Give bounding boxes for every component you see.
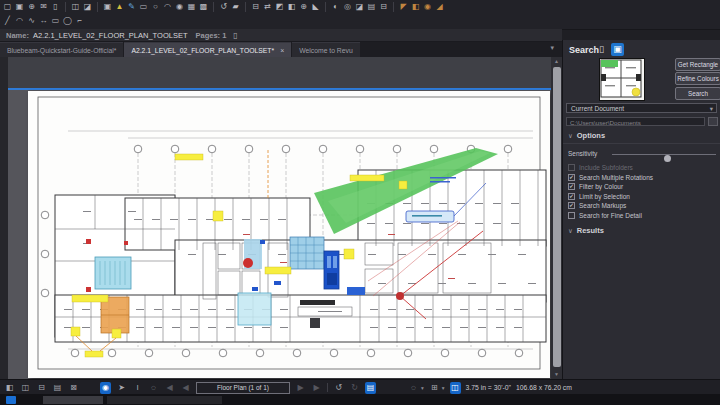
previous-page-icon[interactable]: ◀ — [180, 382, 191, 394]
measure-area-icon[interactable]: ◧ — [411, 1, 420, 12]
checkbox-icon[interactable]: ✓ — [568, 202, 575, 209]
ellipse-icon[interactable]: ○ — [151, 1, 160, 12]
zoom-icon[interactable]: ◌ — [148, 382, 159, 394]
cloud-icon[interactable]: ◠ — [163, 1, 172, 12]
scrollbar-thumb[interactable] — [553, 67, 561, 367]
print-icon[interactable]: ⊕ — [27, 1, 36, 12]
thumbnails-panel-icon[interactable]: ◧ — [4, 382, 15, 394]
folder-path-field[interactable]: C:\Users\user\Documents — [566, 117, 705, 126]
visual-search-icon[interactable]: ▣ — [611, 43, 624, 56]
scroll-down-icon[interactable]: ▼ — [551, 370, 562, 379]
text-box-icon[interactable]: ▭ — [139, 1, 148, 12]
pen-icon[interactable]: ✎ — [127, 1, 136, 12]
ellipse-tool-icon[interactable]: ◯ — [63, 15, 72, 26]
blue-bar-markup[interactable] — [347, 287, 365, 295]
pdf-page[interactable] — [28, 91, 550, 378]
checkbox-icon[interactable]: ✓ — [568, 174, 575, 181]
line-icon[interactable]: ╱ — [3, 15, 12, 26]
close-tab-icon[interactable]: × — [280, 47, 284, 54]
compare-icon[interactable]: ⇄ — [263, 1, 272, 12]
pan-icon[interactable]: ◉ — [100, 382, 111, 394]
fit-page-icon[interactable]: ◫ — [450, 382, 461, 394]
chevron-down-icon[interactable]: ▾ — [421, 385, 424, 391]
cyan-room-markup[interactable] — [238, 293, 271, 325]
bookmarks-icon[interactable]: ⊟ — [379, 1, 388, 12]
overlay-icon[interactable]: ◩ — [275, 1, 284, 12]
next-page-icon[interactable]: ▶ — [295, 382, 306, 394]
floor-plan-drawing[interactable] — [28, 91, 550, 378]
page-thumbnail-icon[interactable]: ▯ — [233, 31, 237, 40]
highlighter-icon[interactable]: ▲ — [115, 1, 124, 12]
save-icon[interactable]: ▣ — [15, 1, 24, 12]
copy-page-icon[interactable]: ◫ — [71, 1, 80, 12]
measure-volume-icon[interactable]: ◉ — [423, 1, 432, 12]
taskbar-item[interactable] — [107, 396, 222, 404]
checkbox-icon[interactable] — [568, 212, 575, 219]
checkbox-row-search-for-fine-detail[interactable]: Search for Fine Detail — [568, 211, 642, 220]
search-pattern-thumbnail[interactable] — [599, 58, 645, 101]
page-setup-icon[interactable]: ▯ — [51, 1, 60, 12]
zoom-mode-icon[interactable]: ◌ — [408, 382, 419, 394]
split-vertical-icon[interactable]: ◫ — [20, 382, 31, 394]
open-icon[interactable]: ▢ — [3, 1, 12, 12]
search-button[interactable]: Search — [675, 87, 720, 100]
stamp-icon[interactable]: ▣ — [103, 1, 112, 12]
measure-angle-icon[interactable]: ◢ — [435, 1, 444, 12]
polygon-icon[interactable]: ⌐ — [75, 15, 84, 26]
taskbar-app-icon[interactable] — [6, 396, 16, 404]
text-search-icon[interactable]: ▯ — [595, 43, 608, 56]
arc-icon[interactable]: ◠ — [15, 15, 24, 26]
chevron-down-icon[interactable]: ▾ — [442, 385, 445, 391]
browse-folder-button[interactable] — [708, 117, 718, 126]
red-dot-markup[interactable] — [396, 292, 404, 300]
document-tab-2[interactable]: Welcome to Revu — [292, 42, 360, 57]
core-highlight-grid[interactable] — [290, 237, 324, 269]
first-page-icon[interactable]: ◀ — [164, 382, 175, 394]
panels-icon[interactable]: ▰ — [231, 1, 240, 12]
snapshot-icon[interactable]: ◣ — [311, 1, 320, 12]
flatten-icon[interactable]: ⊟ — [251, 1, 260, 12]
left-panel-strip[interactable] — [0, 57, 8, 379]
checkbox-row-search-multiple-rotations[interactable]: ✓Search Multiple Rotations — [568, 173, 653, 182]
taskbar-item[interactable] — [43, 396, 103, 404]
next-view-icon[interactable]: ↻ — [349, 382, 360, 394]
sensitivity-slider[interactable] — [612, 154, 716, 155]
fit-document-icon[interactable]: ▤ — [365, 382, 376, 394]
tab-overflow-icon[interactable]: ▾ — [550, 44, 554, 52]
scale-mode-icon[interactable]: ⊞ — [429, 382, 440, 394]
crop-icon[interactable]: ▩ — [199, 1, 208, 12]
scroll-up-icon[interactable]: ▲ — [551, 57, 562, 66]
rectangle-icon[interactable]: ▭ — [51, 15, 60, 26]
slider-thumb[interactable] — [664, 155, 671, 162]
vertical-scrollbar[interactable]: ▲ ▼ — [551, 57, 562, 379]
results-section-header[interactable]: ∨Results — [568, 226, 604, 235]
measure-length-icon[interactable]: ◤ — [399, 1, 408, 12]
checkbox-icon[interactable]: ✓ — [568, 183, 575, 190]
sync-icon[interactable]: ◐ — [331, 1, 340, 12]
previous-view-icon[interactable]: ↺ — [333, 382, 344, 394]
rotate-view-icon[interactable]: ↺ — [219, 1, 228, 12]
scale-readout[interactable]: 3.75 in = 30'-0" — [466, 384, 511, 391]
checkbox-icon[interactable]: ✓ — [568, 193, 575, 200]
page-navigation-box[interactable]: Floor Plan (1 of 1) — [196, 382, 290, 394]
stair-highlight-left[interactable] — [95, 257, 131, 289]
dimension-icon[interactable]: ↔ — [39, 15, 48, 26]
email-icon[interactable]: ✉ — [39, 1, 48, 12]
checkbox-icon[interactable] — [568, 164, 575, 171]
polyline-icon[interactable]: ∿ — [27, 15, 36, 26]
refine-colours-button[interactable]: Refine Colours — [675, 72, 720, 85]
tracker-icon[interactable]: ◎ — [343, 1, 352, 12]
options-section-header[interactable]: ∨Options — [568, 131, 605, 140]
elevator-highlight[interactable] — [324, 251, 339, 289]
checkbox-row-limit-by-selection[interactable]: ✓Limit by Selection — [568, 192, 630, 201]
red-circle-markup[interactable] — [243, 258, 253, 268]
document-tab-1[interactable]: A2.2.1_LEVEL_02_FLOOR_PLAN_TOOLSET*× — [124, 42, 291, 57]
select-text-icon[interactable]: I — [132, 382, 143, 394]
get-rectangle-button[interactable]: Get Rectangle — [675, 58, 720, 71]
checkbox-row-search-markups[interactable]: ✓Search Markups — [568, 201, 626, 210]
search-scope-dropdown[interactable]: Current Document ▾ — [566, 103, 717, 113]
layers-icon[interactable]: ▤ — [367, 1, 376, 12]
split-doc-icon[interactable]: ◧ — [287, 1, 296, 12]
combine-icon[interactable]: ⊕ — [299, 1, 308, 12]
checkbox-row-filter-by-colour[interactable]: ✓Filter by Colour — [568, 182, 623, 191]
